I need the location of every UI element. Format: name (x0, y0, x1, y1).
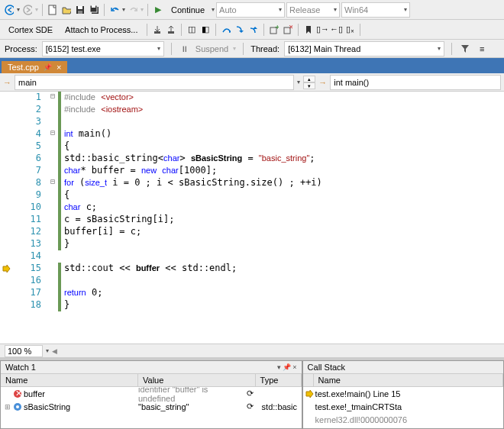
close-tab-icon[interactable]: × (57, 63, 61, 72)
back-icon[interactable] (3, 4, 15, 16)
watch-columns: Name Value Type (1, 373, 302, 387)
svg-text:×: × (289, 25, 292, 31)
forward-icon[interactable] (21, 4, 34, 16)
step-over-icon[interactable] (220, 24, 232, 36)
process-select[interactable]: [6152] test.exe▾ (42, 41, 164, 56)
scope-select[interactable]: main (15, 75, 294, 90)
svg-rect-8 (92, 5, 95, 8)
clear-bookmarks-icon[interactable]: ▯ₓ (344, 24, 356, 36)
col-name[interactable]: Name (1, 374, 138, 386)
process-label: Process: (5, 44, 37, 53)
platform-dropdown[interactable]: Win64▾ (341, 2, 410, 18)
thread-label: Thread: (250, 44, 279, 53)
save-all-icon[interactable] (88, 4, 100, 16)
nav-arrow-icon[interactable]: → (3, 78, 11, 87)
svg-point-18 (16, 405, 19, 408)
watch-title: Watch 1 (5, 363, 36, 372)
current-line-icon (2, 264, 11, 273)
callstack-panel: Call Stack Name test.exe!main() Line 15 … (302, 360, 504, 429)
scroll-left-icon[interactable]: ◀ (52, 347, 57, 355)
main-toolbar: ▾ ▾ ▾ ▾ ▶ Continue ▾ Auto▾ Release▾ Win6… (0, 0, 504, 20)
suspend-icon[interactable]: ⏸ (179, 43, 191, 55)
play-icon[interactable]: ▶ (152, 4, 164, 16)
step-into-icon[interactable] (234, 24, 246, 36)
undo-icon[interactable] (108, 4, 121, 16)
thread-select[interactable]: [6132] Main Thread▾ (284, 41, 444, 56)
close-icon[interactable]: × (292, 363, 296, 371)
code-editor[interactable]: 1⊟#include <vector> 2#include <iostream>… (0, 92, 504, 344)
expand-icon[interactable]: ⊞ (2, 403, 13, 411)
zoom-select[interactable]: 100 % (5, 345, 43, 357)
fold-icon[interactable]: ⊟ (47, 177, 58, 189)
svg-point-1 (24, 5, 32, 15)
cortex-sde-button[interactable]: Cortex SDE (3, 23, 58, 37)
col-value[interactable]: Value (138, 374, 256, 386)
step-out-icon[interactable] (247, 24, 260, 36)
pin-icon[interactable]: 📌 (44, 63, 52, 71)
dropdown-icon[interactable]: ▾ (277, 363, 281, 371)
next-bookmark-icon[interactable]: ▯→ (316, 24, 328, 36)
process-bar: Process: [6152] test.exe▾ ⏸ Suspend ▾ Th… (0, 40, 504, 58)
tb2-icon-1[interactable]: ◫ (186, 24, 198, 36)
watch-row[interactable]: ⊞ sBasicString "basic_string" ⟳ std::bas… (1, 400, 302, 413)
col-name[interactable]: Name (314, 374, 503, 386)
build-dropdown[interactable]: Release▾ (286, 2, 340, 18)
redo-icon[interactable] (127, 4, 139, 16)
filter-icon[interactable] (459, 43, 471, 55)
suspend-label: Suspend (195, 44, 228, 53)
new-file-icon[interactable] (47, 4, 59, 16)
open-icon[interactable] (60, 4, 73, 16)
col-type[interactable]: Type (256, 374, 302, 386)
nav-arrow2-icon[interactable]: → (318, 78, 327, 87)
variable-icon (13, 402, 24, 411)
continue-button[interactable]: Continue (166, 3, 210, 17)
svg-rect-5 (78, 11, 82, 14)
callstack-title: Call Stack (308, 363, 346, 372)
scope-caret-icon[interactable]: ▾ (297, 79, 300, 85)
nav-spinner[interactable]: ▴▾ (303, 76, 315, 89)
svg-rect-4 (78, 6, 82, 9)
save-icon[interactable] (74, 4, 86, 16)
stack-row[interactable]: kernel32.dll!0000000076 (303, 413, 503, 426)
watch-panel: Watch 1▾📌× Name Value Type ✕ buffer iden… (0, 360, 302, 429)
svg-text:✕: ✕ (15, 389, 22, 398)
file-tabs: Test.cpp 📌 × (0, 58, 504, 73)
attach-process-button[interactable]: Attach to Process... (60, 23, 143, 37)
prev-bookmark-icon[interactable]: ←▯ (330, 24, 342, 36)
bottom-panels: Watch 1▾📌× Name Value Type ✕ buffer iden… (0, 360, 504, 429)
code-navbar: → main ▾ ▴▾ → int main() (0, 73, 504, 92)
stack-row[interactable]: test.exe!main() Line 15 (303, 387, 503, 400)
config-dropdown[interactable]: Auto▾ (216, 2, 285, 18)
download-icon[interactable] (151, 24, 163, 36)
watch-row-empty[interactable] (1, 413, 302, 426)
func-select[interactable]: int main() (330, 75, 501, 90)
bookmark-icon[interactable] (302, 24, 315, 36)
tb2-icon-2[interactable]: ◧ (199, 24, 212, 36)
zoom-bar: 100 % ▾ ◀ (0, 344, 504, 357)
svg-point-0 (5, 5, 14, 15)
tab-label: Test.cpp (8, 63, 39, 72)
svg-text:+: + (275, 25, 279, 31)
current-frame-icon (305, 389, 315, 398)
fold-icon[interactable]: ⊟ (47, 92, 58, 104)
stack-icon[interactable]: ≡ (476, 43, 488, 55)
watch-row[interactable]: ✕ buffer identifier "buffer" is undefine… (1, 387, 302, 400)
pin-icon[interactable]: 📌 (283, 363, 291, 371)
upload-icon[interactable] (165, 24, 177, 36)
svg-rect-10 (168, 31, 174, 34)
error-icon: ✕ (13, 389, 24, 398)
second-toolbar: Cortex SDE Attach to Process... ◫ ◧ + × … (0, 20, 504, 40)
file-tab[interactable]: Test.cpp 📌 × (2, 61, 67, 73)
add-watch-icon[interactable]: + (268, 24, 280, 36)
fold-icon[interactable]: ⊟ (47, 128, 58, 140)
svg-rect-2 (49, 5, 56, 15)
remove-watch-icon[interactable]: × (282, 24, 294, 36)
refresh-icon[interactable]: ⟳ (247, 389, 262, 398)
refresh-icon[interactable]: ⟳ (247, 402, 262, 411)
stack-row[interactable]: test.exe!_tmainCRTSta (303, 400, 503, 413)
